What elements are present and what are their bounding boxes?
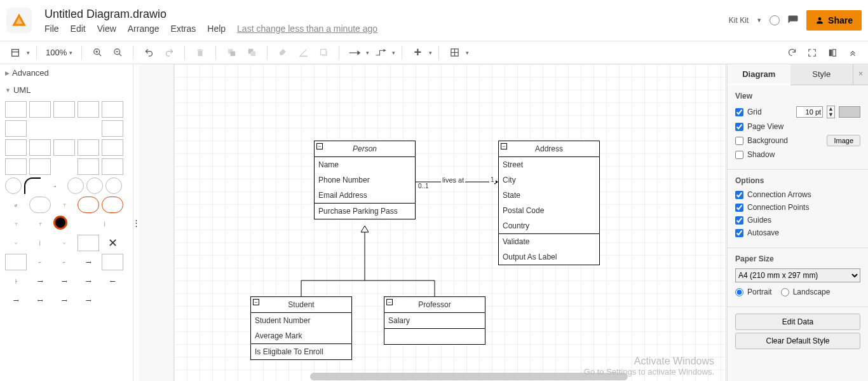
zoom-in-icon[interactable] <box>88 44 106 62</box>
fullscreen-icon[interactable] <box>803 44 821 62</box>
collapse-icon[interactable] <box>844 44 862 62</box>
refresh-icon[interactable] <box>783 44 801 62</box>
doc-title[interactable]: Untitled Diagram.drawio <box>44 8 729 21</box>
shape[interactable] <box>5 101 27 118</box>
collapse-icon[interactable]: − <box>386 299 393 305</box>
shape[interactable] <box>53 139 75 156</box>
table-caret[interactable]: ▾ <box>466 50 469 56</box>
insert-icon[interactable]: + <box>409 44 426 62</box>
shape[interactable]: ⌐ <box>29 254 51 270</box>
page-setup-caret[interactable]: ▾ <box>27 50 30 56</box>
shape[interactable]: ⟶ <box>5 292 27 308</box>
grid-size-input[interactable] <box>796 106 823 118</box>
shape[interactable] <box>102 101 123 118</box>
shape[interactable]: ⟶ <box>29 273 51 289</box>
attr[interactable]: Name <box>315 157 415 172</box>
autosave-checkbox[interactable] <box>735 229 743 237</box>
pageview-checkbox[interactable] <box>735 123 743 131</box>
shape[interactable]: ☌ <box>5 197 27 213</box>
shape[interactable]: ⟶ <box>78 273 99 289</box>
canvas[interactable]: −Person Name Phone Number Email Address … <box>139 64 727 381</box>
shape[interactable]: │ <box>29 235 51 251</box>
paper-size-select[interactable]: A4 (210 mm x 297 mm) <box>735 268 860 282</box>
shape[interactable] <box>78 235 99 251</box>
shape[interactable]: ⊤ <box>53 197 75 213</box>
background-checkbox[interactable] <box>735 137 743 145</box>
shape[interactable] <box>102 120 123 137</box>
collapse-icon[interactable]: − <box>253 299 259 305</box>
shape[interactable] <box>78 158 99 175</box>
shape[interactable] <box>53 120 75 137</box>
op[interactable]: Validate <box>499 233 599 249</box>
h-scrollbar[interactable] <box>310 373 628 380</box>
format-panel-icon[interactable] <box>824 44 841 62</box>
attr[interactable]: Average Mark <box>251 328 351 343</box>
shape[interactable] <box>78 120 99 137</box>
last-change[interactable]: Last change less than a minute ago <box>237 24 377 34</box>
shape[interactable] <box>53 158 75 175</box>
shape[interactable] <box>70 216 92 232</box>
to-back-icon[interactable] <box>243 44 261 62</box>
attr[interactable]: State <box>499 188 599 203</box>
op[interactable]: Purchase Parking Pass <box>315 203 415 219</box>
shape[interactable]: ⟶ <box>53 273 75 289</box>
tab-diagram[interactable]: Diagram <box>728 64 790 85</box>
sidebar-advanced[interactable]: ▶Advanced <box>0 64 133 81</box>
connection-caret[interactable]: ▾ <box>366 50 369 56</box>
attr[interactable]: Street <box>499 157 599 172</box>
collapse-icon[interactable]: − <box>501 143 507 149</box>
uml-class-student[interactable]: −Student Student Number Average Mark Is … <box>250 296 352 360</box>
user-name[interactable]: Kit Kit <box>729 16 749 25</box>
shape[interactable]: ⊤ <box>29 216 51 232</box>
shape[interactable] <box>24 177 41 194</box>
shape[interactable] <box>53 216 67 230</box>
shape[interactable] <box>105 177 122 194</box>
clear-style-button[interactable]: Clear Default Style <box>735 333 860 349</box>
shape[interactable] <box>5 254 27 270</box>
attr[interactable]: Phone Number <box>315 172 415 188</box>
shape[interactable] <box>29 120 51 137</box>
attr[interactable]: Country <box>499 218 599 233</box>
menu-extras[interactable]: Extras <box>171 24 196 34</box>
sidebar-uml[interactable]: ▼UML <box>0 81 133 99</box>
zoom-out-icon[interactable] <box>109 44 126 62</box>
shape[interactable] <box>53 101 75 118</box>
guides-checkbox[interactable] <box>735 216 743 225</box>
shape[interactable] <box>5 158 27 175</box>
grid-checkbox[interactable] <box>735 108 743 116</box>
attr[interactable]: Postal Code <box>499 203 599 218</box>
splitter[interactable]: ⋮ <box>133 64 139 381</box>
close-icon[interactable]: × <box>853 64 868 85</box>
op[interactable] <box>384 328 485 344</box>
shape[interactable] <box>102 139 123 156</box>
shape[interactable]: ○ <box>53 235 75 251</box>
shape[interactable]: ⌐ <box>53 254 75 270</box>
edit-data-button[interactable]: Edit Data <box>735 314 860 330</box>
waypoint-caret[interactable]: ▾ <box>392 50 395 56</box>
share-button[interactable]: Share <box>806 10 862 31</box>
shape[interactable] <box>29 158 51 175</box>
delete-icon[interactable] <box>191 44 209 62</box>
portrait-radio[interactable] <box>735 288 743 296</box>
shape[interactable] <box>29 139 51 156</box>
page-setup-icon[interactable] <box>6 44 24 62</box>
tab-style[interactable]: Style <box>790 64 853 85</box>
shape[interactable]: ✕ <box>102 235 123 251</box>
shape[interactable] <box>5 139 27 156</box>
menu-view[interactable]: View <box>97 24 116 34</box>
conn-points-checkbox[interactable] <box>735 204 743 212</box>
op[interactable]: Output As Label <box>499 249 599 265</box>
image-button[interactable]: Image <box>827 135 860 146</box>
fill-color-icon[interactable] <box>274 44 292 62</box>
shape[interactable]: ⟶ <box>53 292 75 308</box>
shape[interactable]: ├ <box>5 273 27 289</box>
redo-icon[interactable] <box>160 44 178 62</box>
uml-class-professor[interactable]: −Professor Salary <box>384 296 485 345</box>
table-icon[interactable] <box>445 44 463 62</box>
comment-icon[interactable] <box>787 15 799 26</box>
attr[interactable]: City <box>499 172 599 188</box>
edge-mult[interactable]: 0..1 <box>417 183 430 190</box>
zoom-select[interactable]: 100% ▾ <box>43 48 75 57</box>
shape[interactable]: ⟶ <box>78 254 99 270</box>
waypoint-icon[interactable] <box>372 44 390 62</box>
